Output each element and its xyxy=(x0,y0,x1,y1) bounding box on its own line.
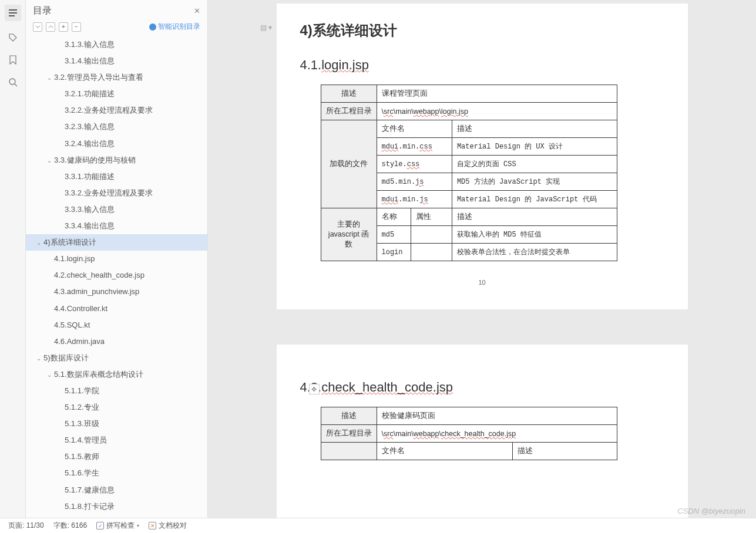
expand-all-button[interactable]: + xyxy=(59,22,68,32)
chevron-down-icon: ⌄ xyxy=(47,370,53,380)
toc-item-label: 3.2.管理员导入导出与查看 xyxy=(54,73,143,82)
heading-1: 4)系统详细设计 xyxy=(300,21,688,40)
collapse-all-button[interactable]: − xyxy=(72,22,81,32)
status-wordcount[interactable]: 字数: 6166 xyxy=(53,521,87,531)
toc-item-label: 3.3.2.业务处理流程及要求 xyxy=(65,188,153,197)
toc-item-label: 5.1.3.班级 xyxy=(65,419,99,428)
toc-item[interactable]: 5.1.5.教师 xyxy=(26,448,207,465)
heading-2: 4.1.login.jsp xyxy=(300,58,688,73)
document-viewport[interactable]: ▤ ▾ 4)系统详细设计 4.1.login.jsp 描述课程管理页面 所在工程… xyxy=(208,0,756,533)
toc-item-label: 5.1.4.管理员 xyxy=(65,436,107,444)
close-icon[interactable]: ✕ xyxy=(194,6,200,15)
document-page: 4.2.check_health_code.jsp ✥ 描述校验健康码页面 所在… xyxy=(277,345,688,521)
toc-item[interactable]: 5.1.3.班级 xyxy=(26,416,207,432)
toc-item[interactable]: 4.5.SQL.kt xyxy=(26,317,207,333)
toc-item[interactable]: 4.6.Admin.java xyxy=(26,333,207,350)
toc-item[interactable]: 3.1.3.输入信息 xyxy=(26,36,207,53)
toc-item[interactable]: ⌄5.1.数据库表概念结构设计 xyxy=(26,366,207,383)
toc-item[interactable]: 5.1.4.管理员 xyxy=(26,432,207,448)
toc-item[interactable]: 3.3.3.输入信息 xyxy=(26,201,207,218)
toc-item-label: 4.4.Controller.kt xyxy=(54,304,107,313)
toc-item[interactable]: 3.2.2.业务处理流程及要求 xyxy=(26,102,207,119)
toc-item[interactable]: ⌄3.2.管理员导入导出与查看 xyxy=(26,69,207,86)
search-icon[interactable] xyxy=(7,76,19,88)
toc-item-label: 4)系统详细设计 xyxy=(43,238,96,247)
toc-item[interactable]: 3.2.4.输出信息 xyxy=(26,136,207,152)
toc-item[interactable]: 3.2.1.功能描述 xyxy=(26,86,207,102)
toc-item[interactable]: ⌄5)数据库设计 xyxy=(26,350,207,366)
toc-item-label: 4.1.login.jsp xyxy=(54,254,95,263)
svg-rect-1 xyxy=(9,12,17,14)
toc-item-label: 4.2.check_health_code.jsp xyxy=(54,271,145,279)
page-indicator-icon[interactable]: ▤ ▾ xyxy=(260,23,272,32)
table-login: 描述课程管理页面 所在工程目录\src\main\webapp\login.js… xyxy=(321,85,617,261)
svg-rect-0 xyxy=(9,9,17,11)
toc-item[interactable]: 5.1.7.健康信息 xyxy=(26,482,207,498)
document-page: ▤ ▾ 4)系统详细设计 4.1.login.jsp 描述课程管理页面 所在工程… xyxy=(277,4,688,309)
toc-item-label: 5.1.8.打卡记录 xyxy=(65,502,115,511)
toc-item-label: 3.3.1.功能描述 xyxy=(65,172,115,181)
toc-item[interactable]: 4.4.Controller.kt xyxy=(26,301,207,317)
status-spellcheck[interactable]: ✓拼写检查▾ xyxy=(96,521,139,531)
toc-item[interactable]: 4.2.check_health_code.jsp xyxy=(26,267,207,284)
toc-item[interactable]: 3.3.4.输出信息 xyxy=(26,218,207,234)
toc-item[interactable]: ⌄3.3.健康码的使用与核销 xyxy=(26,152,207,168)
toc-item[interactable]: 4.1.login.jsp xyxy=(26,251,207,267)
toc-sidebar: 目录 ✕ + − 智能识别目录 3.1.3.输入信息3.1.4.输出信息⌄3.2… xyxy=(26,0,208,533)
toc-item[interactable]: 3.3.1.功能描述 xyxy=(26,168,207,185)
toc-title: 目录 xyxy=(33,5,52,17)
toc-item[interactable]: 5.1.8.打卡记录 xyxy=(26,498,207,515)
heading-2: 4.2.check_health_code.jsp xyxy=(300,380,688,395)
toc-item-label: 5.1.2.专业 xyxy=(65,403,99,411)
toc-item-label: 3.3.3.输入信息 xyxy=(65,205,115,214)
toc-item-label: 3.2.1.功能描述 xyxy=(65,89,115,98)
chevron-down-icon: ⌄ xyxy=(36,238,42,248)
toc-item[interactable]: 3.2.3.输入信息 xyxy=(26,119,207,135)
toc-item[interactable]: 3.3.2.业务处理流程及要求 xyxy=(26,185,207,201)
status-page[interactable]: 页面: 11/30 xyxy=(8,521,44,531)
toc-item-label: 4.5.SQL.kt xyxy=(54,321,90,329)
toc-item-label: 5.1.1.学院 xyxy=(65,386,99,395)
toc-item-label: 3.2.3.输入信息 xyxy=(65,122,115,131)
outline-icon[interactable] xyxy=(5,5,21,21)
toc-item-label: 3.1.3.输入信息 xyxy=(65,40,115,49)
page-number: 10 xyxy=(277,279,688,286)
toc-item-label: 3.1.4.输出信息 xyxy=(65,56,115,65)
toc-item[interactable]: ⌄4)系统详细设计 xyxy=(26,234,207,251)
chevron-down-icon: ⌄ xyxy=(47,73,53,83)
watermark: CSDN @biyezuopin xyxy=(677,507,745,515)
toc-item[interactable]: 5.1.6.学生 xyxy=(26,465,207,481)
svg-rect-2 xyxy=(9,15,15,16)
table-check-health: 描述校验健康码页面 所在工程目录\src\main\webapp\check_h… xyxy=(321,407,617,460)
toc-item[interactable]: 3.1.4.输出信息 xyxy=(26,53,207,69)
toc-item-label: 5.1.5.教师 xyxy=(65,452,99,461)
toc-item-label: 4.3.admin_punchview.jsp xyxy=(54,287,139,296)
tag-icon[interactable] xyxy=(7,32,19,43)
toc-item-label: 5)数据库设计 xyxy=(43,353,89,362)
chevron-down-icon: ⌄ xyxy=(36,353,42,363)
svg-point-3 xyxy=(9,79,15,85)
status-bar: 页面: 11/30 字数: 6166 ✓拼写检查▾ ✕文档校对 xyxy=(0,518,756,533)
left-icon-rail xyxy=(0,0,26,533)
smart-toc-link[interactable]: 智能识别目录 xyxy=(149,22,200,32)
toc-item[interactable]: 5.1.1.学院 xyxy=(26,383,207,399)
toc-item-label: 3.3.4.输出信息 xyxy=(65,221,115,230)
chevron-down-icon: ⌄ xyxy=(47,156,53,166)
toc-item-label: 5.1.7.健康信息 xyxy=(65,485,115,494)
bookmark-icon[interactable] xyxy=(7,54,19,66)
expand-level-button[interactable] xyxy=(46,22,55,32)
collapse-level-button[interactable] xyxy=(33,22,42,32)
toc-item-label: 3.2.2.业务处理流程及要求 xyxy=(65,106,153,114)
toc-item-label: 3.3.健康码的使用与核销 xyxy=(54,156,136,164)
svg-line-4 xyxy=(15,84,17,86)
move-handle-icon[interactable]: ✥ xyxy=(309,384,320,394)
toc-item[interactable]: 4.3.admin_punchview.jsp xyxy=(26,284,207,300)
toc-item[interactable]: 5.1.2.专业 xyxy=(26,399,207,416)
status-proofread[interactable]: ✕文档校对 xyxy=(149,521,187,531)
toc-item-label: 5.1.6.学生 xyxy=(65,468,99,477)
toc-item-label: 5.1.数据库表概念结构设计 xyxy=(54,370,143,379)
toc-list[interactable]: 3.1.3.输入信息3.1.4.输出信息⌄3.2.管理员导入导出与查看3.2.1… xyxy=(26,36,207,533)
toc-item-label: 4.6.Admin.java xyxy=(54,337,105,346)
toc-item-label: 3.2.4.输出信息 xyxy=(65,139,115,148)
